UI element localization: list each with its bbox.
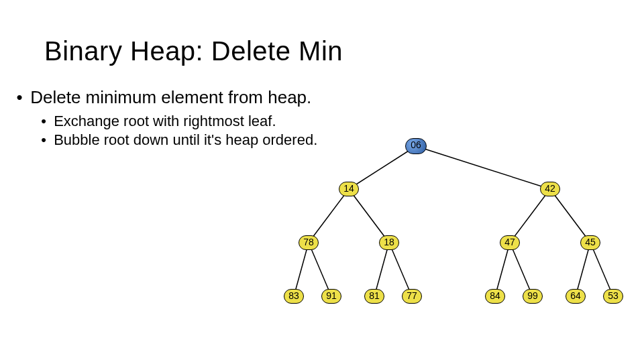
heap-node: 53 [603, 289, 623, 304]
heap-node: 91 [321, 289, 341, 304]
svg-line-0 [349, 146, 416, 189]
svg-line-10 [495, 243, 510, 296]
svg-line-13 [590, 243, 613, 296]
svg-line-12 [576, 243, 590, 296]
heap-tree-edges [0, 0, 644, 362]
heap-node: 64 [566, 289, 586, 304]
heap-node: 14 [339, 182, 359, 196]
svg-line-9 [389, 243, 412, 296]
heap-node: 47 [500, 235, 520, 250]
svg-line-11 [510, 243, 533, 296]
svg-line-5 [550, 189, 590, 243]
heap-node: 78 [299, 235, 319, 250]
heap-node-root: 06 [405, 138, 427, 154]
svg-line-2 [309, 189, 349, 243]
svg-line-4 [510, 189, 550, 243]
heap-node: 81 [364, 289, 384, 304]
heap-node: 18 [379, 235, 399, 250]
svg-line-8 [374, 243, 389, 296]
heap-node: 84 [485, 289, 505, 304]
heap-node: 83 [284, 289, 304, 304]
heap-node: 45 [580, 235, 600, 250]
heap-node: 77 [402, 289, 422, 304]
svg-line-3 [349, 189, 389, 243]
svg-line-6 [294, 243, 309, 296]
heap-node: 99 [523, 289, 543, 304]
svg-line-7 [309, 243, 331, 296]
svg-line-1 [416, 146, 550, 189]
heap-node: 42 [540, 182, 560, 196]
